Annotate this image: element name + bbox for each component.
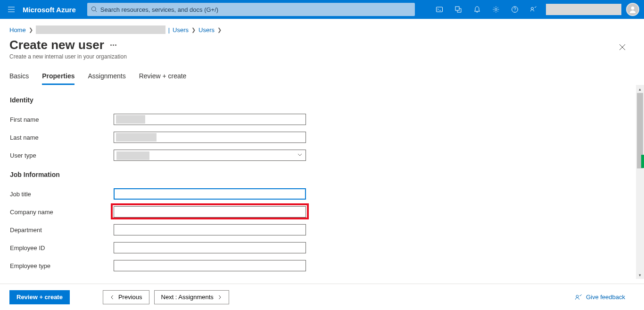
hamburger-icon bbox=[8, 6, 15, 13]
review-create-button[interactable]: Review + create bbox=[9, 290, 70, 304]
feedback-icon bbox=[530, 6, 537, 13]
account-avatar[interactable] bbox=[626, 3, 639, 16]
label-department: Department bbox=[10, 226, 114, 234]
masked-value bbox=[116, 151, 149, 160]
gear-icon bbox=[492, 6, 500, 13]
vertical-scrollbar[interactable]: ▴ ▾ bbox=[636, 85, 644, 279]
label-employee-id: Employee ID bbox=[10, 244, 114, 251]
breadcrumb-directory[interactable] bbox=[36, 25, 165, 34]
chevron-right-icon: ❯ bbox=[191, 27, 196, 33]
previous-button[interactable]: Previous bbox=[103, 290, 149, 304]
page-subtitle: Create a new internal user in your organ… bbox=[9, 53, 615, 60]
breadcrumb: Home ❯ | Users ❯ Users ❯ bbox=[0, 19, 644, 34]
scroll-track[interactable] bbox=[636, 93, 644, 271]
section-job-information: Job Information bbox=[10, 171, 635, 178]
svg-rect-3 bbox=[455, 7, 459, 10]
more-actions-button[interactable]: ··· bbox=[110, 41, 117, 50]
field-row-job-title: Job title bbox=[10, 185, 635, 203]
give-feedback-label: Give feedback bbox=[586, 293, 625, 301]
settings-button[interactable] bbox=[487, 0, 505, 19]
footer-bar: Review + create Previous Next : Assignme… bbox=[0, 284, 644, 310]
breadcrumb-separator: | bbox=[168, 26, 170, 34]
svg-point-0 bbox=[91, 7, 96, 11]
global-search-input[interactable] bbox=[98, 6, 411, 13]
cloud-shell-button[interactable] bbox=[430, 0, 449, 19]
svg-point-4 bbox=[495, 8, 497, 10]
bell-icon bbox=[473, 6, 481, 13]
label-user-type: User type bbox=[10, 152, 114, 159]
form-scroll-pane: Identity First name Last name User type bbox=[0, 85, 644, 279]
help-icon bbox=[511, 6, 519, 13]
breadcrumb-users-1[interactable]: Users bbox=[173, 26, 189, 34]
scroll-up-button[interactable]: ▴ bbox=[636, 85, 644, 93]
page-header: Create new user ··· Create a new interna… bbox=[0, 34, 644, 60]
label-company-name: Company name bbox=[10, 209, 114, 216]
close-button[interactable] bbox=[615, 40, 630, 55]
field-row-department: Department bbox=[10, 221, 635, 239]
feedback-button[interactable] bbox=[524, 0, 543, 19]
field-row-first-name: First name bbox=[10, 110, 635, 128]
tab-basics[interactable]: Basics bbox=[9, 72, 29, 85]
top-bar: Microsoft Azure bbox=[0, 0, 644, 19]
label-employee-type: Employee type bbox=[10, 262, 114, 269]
svg-line-1 bbox=[95, 10, 97, 12]
chevron-right-icon: ❯ bbox=[217, 27, 222, 33]
field-row-last-name: Last name bbox=[10, 128, 635, 146]
label-last-name: Last name bbox=[10, 134, 114, 141]
chevron-left-icon bbox=[110, 295, 115, 300]
masked-value bbox=[116, 115, 145, 124]
cloud-shell-icon bbox=[436, 6, 443, 13]
next-button[interactable]: Next : Assignments bbox=[154, 290, 229, 304]
next-button-label: Next : Assignments bbox=[161, 293, 214, 301]
menu-toggle-button[interactable] bbox=[0, 6, 23, 13]
section-identity: Identity bbox=[10, 96, 635, 104]
tenant-indicator[interactable] bbox=[546, 4, 621, 15]
feedback-icon bbox=[575, 293, 582, 301]
chevron-right-icon: ❯ bbox=[29, 27, 33, 33]
topbar-actions bbox=[430, 0, 644, 19]
global-search[interactable] bbox=[87, 3, 415, 16]
previous-button-label: Previous bbox=[118, 293, 142, 301]
give-feedback-link[interactable]: Give feedback bbox=[575, 293, 625, 301]
tab-review-create[interactable]: Review + create bbox=[139, 72, 187, 85]
copilot-icon bbox=[454, 6, 462, 13]
close-icon bbox=[619, 44, 626, 50]
input-employee-id[interactable] bbox=[114, 242, 306, 253]
svg-point-8 bbox=[576, 295, 578, 297]
tab-assignments[interactable]: Assignments bbox=[88, 72, 125, 85]
field-row-user-type: User type bbox=[10, 146, 635, 164]
breadcrumb-users-2[interactable]: Users bbox=[198, 26, 215, 34]
field-row-employee-id: Employee ID bbox=[10, 239, 635, 257]
brand-label[interactable]: Microsoft Azure bbox=[23, 6, 85, 14]
svg-point-6 bbox=[531, 8, 534, 10]
tab-properties[interactable]: Properties bbox=[42, 72, 74, 85]
field-row-company-name: Company name bbox=[10, 203, 635, 221]
label-first-name: First name bbox=[10, 116, 114, 123]
side-marker bbox=[641, 155, 644, 168]
search-icon bbox=[91, 6, 98, 13]
help-button[interactable] bbox=[505, 0, 524, 19]
select-user-type[interactable] bbox=[114, 150, 306, 161]
field-row-employee-type: Employee type bbox=[10, 257, 635, 275]
input-department[interactable] bbox=[114, 224, 306, 235]
page-title: Create new user bbox=[9, 38, 104, 52]
masked-value bbox=[116, 133, 157, 142]
input-job-title[interactable] bbox=[114, 188, 306, 200]
copilot-button[interactable] bbox=[449, 0, 468, 19]
chevron-right-icon bbox=[217, 295, 222, 300]
notifications-button[interactable] bbox=[468, 0, 487, 19]
tab-strip: Basics Properties Assignments Review + c… bbox=[0, 60, 644, 85]
breadcrumb-home[interactable]: Home bbox=[9, 26, 26, 34]
label-job-title: Job title bbox=[10, 191, 114, 198]
scroll-down-button[interactable]: ▾ bbox=[636, 271, 644, 279]
chevron-down-icon bbox=[297, 152, 303, 159]
svg-point-7 bbox=[631, 7, 635, 10]
svg-rect-2 bbox=[437, 7, 443, 12]
input-company-name[interactable] bbox=[114, 206, 306, 218]
person-icon bbox=[628, 5, 637, 14]
input-employee-type[interactable] bbox=[114, 260, 306, 271]
